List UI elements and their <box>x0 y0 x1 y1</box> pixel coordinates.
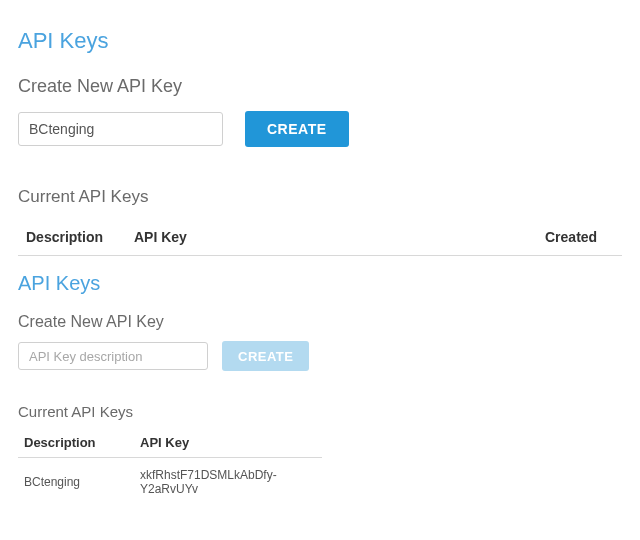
current-keys-label: Current API Keys <box>18 403 622 420</box>
api-key-description-input[interactable] <box>18 112 223 146</box>
cell-api-key: xkfRhstF71DSMLkAbDfy-Y2aRvUYv <box>134 458 322 507</box>
api-keys-table: Description API Key BCtenging xkfRhstF71… <box>18 428 322 506</box>
col-created: Created <box>537 219 622 256</box>
col-api-key: API Key <box>126 219 537 256</box>
col-api-key: API Key <box>134 428 322 458</box>
col-description: Description <box>18 428 134 458</box>
page-title: API Keys <box>18 28 622 54</box>
api-key-description-input[interactable] <box>18 342 208 370</box>
create-api-key-label: Create New API Key <box>18 76 622 97</box>
create-api-key-form: CREATE <box>18 111 622 147</box>
create-button[interactable]: CREATE <box>245 111 349 147</box>
create-button[interactable]: CREATE <box>222 341 309 371</box>
create-api-key-label: Create New API Key <box>18 313 622 331</box>
api-keys-block-2: API Keys Create New API Key CREATE Curre… <box>18 272 622 506</box>
cell-description: BCtenging <box>18 458 134 507</box>
api-keys-block-1: API Keys Create New API Key CREATE Curre… <box>18 28 622 256</box>
create-api-key-form: CREATE <box>18 341 622 371</box>
current-keys-label: Current API Keys <box>18 187 622 207</box>
api-keys-table: Description API Key Created <box>18 219 622 256</box>
col-description: Description <box>18 219 126 256</box>
page-title: API Keys <box>18 272 622 295</box>
table-row: BCtenging xkfRhstF71DSMLkAbDfy-Y2aRvUYv <box>18 458 322 507</box>
